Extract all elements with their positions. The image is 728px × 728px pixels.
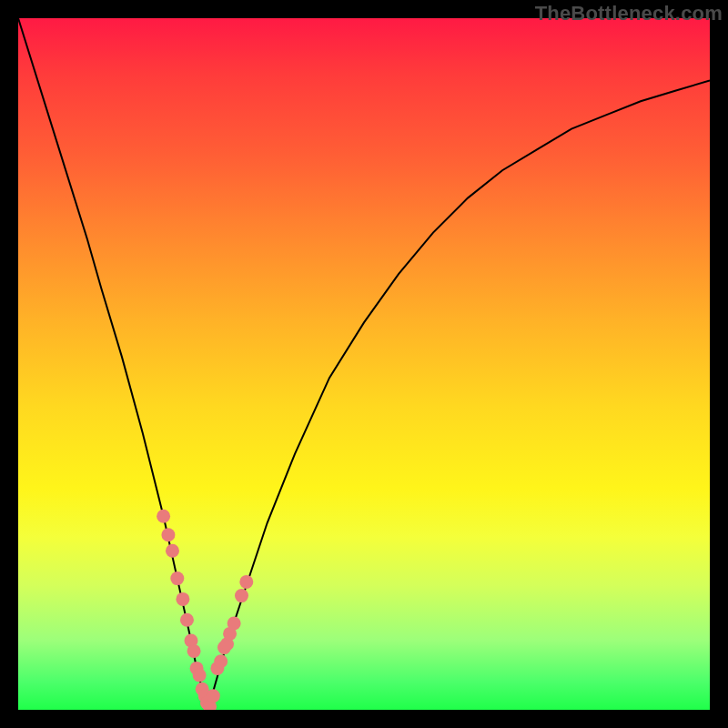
marker-dot <box>239 575 253 589</box>
marker-dot <box>193 669 207 682</box>
marker-dot <box>176 592 189 606</box>
marker-dot <box>214 654 228 668</box>
marker-dot <box>166 544 179 558</box>
chart-frame: TheBottleneck.com <box>0 0 728 728</box>
marker-dot <box>180 613 194 627</box>
marker-dot <box>235 589 248 602</box>
marker-dot <box>157 510 170 523</box>
marker-dot <box>170 571 184 585</box>
marker-dot <box>161 528 175 541</box>
bottleneck-curve <box>18 18 710 710</box>
marker-dot <box>207 689 220 703</box>
marker-dot <box>187 644 201 658</box>
chart-svg <box>18 18 710 710</box>
marker-dot <box>228 617 241 631</box>
